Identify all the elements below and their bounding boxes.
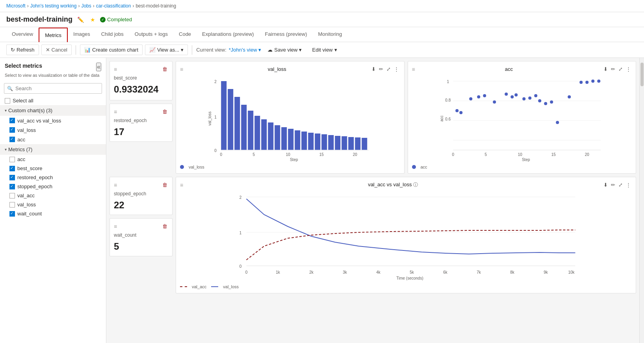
metric-checkbox[interactable] [9, 166, 15, 171]
breadcrumb-jobs[interactable]: Jobs [81, 3, 91, 9]
tabs-bar: Overview Metrics Images Child jobs Outpu… [0, 27, 644, 42]
view-as-button[interactable]: 📈 View as... ▾ [145, 44, 188, 55]
metric-val-loss-custom: val_loss ••• [0, 125, 106, 135]
svg-text:5k: 5k [410, 270, 414, 274]
card-val-loss: ≡ val_loss ⬇ ✏ ⤢ ⋮ 2 1 0 val_lo [176, 61, 405, 174]
tab-explanations[interactable]: Explanations (preview) [197, 27, 260, 42]
metric-label: acc [17, 156, 101, 162]
more-button[interactable]: ⋮ [625, 181, 632, 189]
select-all-row: Select all [0, 96, 106, 105]
chevron-down-icon: ▾ [181, 47, 184, 53]
select-all-label[interactable]: Select all [13, 98, 33, 104]
edit-view-button[interactable]: Edit view ▾ [308, 45, 341, 55]
status-dot [100, 17, 106, 22]
edit-icon[interactable]: ✏️ [76, 16, 85, 24]
metric-checkbox[interactable] [9, 211, 15, 217]
legend-val-loss-label: val_loss [223, 284, 239, 289]
card-actions: 🗑 [161, 108, 168, 115]
save-view-button[interactable]: ☁ Save view ▾ [264, 45, 306, 55]
tab-fairness[interactable]: Fairness (preview) [260, 27, 313, 42]
search-icon: 🔍 [7, 86, 13, 91]
chevron-down-icon: ▾ [334, 47, 337, 53]
edit-chart-button[interactable]: ✏ [610, 65, 616, 73]
drag-handle[interactable]: ≡ [180, 66, 183, 72]
svg-rect-18 [315, 133, 320, 150]
search-input[interactable] [4, 83, 102, 94]
svg-rect-25 [362, 138, 367, 150]
tab-overview[interactable]: Overview [6, 27, 39, 42]
tab-monitoring[interactable]: Monitoring [313, 27, 348, 42]
card-actions: ⬇ ✏ ⤢ ⋮ [371, 65, 400, 73]
more-button[interactable]: ⋮ [625, 65, 632, 73]
expand-button[interactable]: ⤢ [618, 65, 624, 73]
metric-label: val_acc vs val_loss [17, 118, 93, 124]
cancel-button[interactable]: ✕ Cancel [41, 44, 72, 55]
metric-checkbox[interactable] [9, 157, 15, 162]
delete-button[interactable]: 🗑 [161, 108, 168, 115]
current-view-value[interactable]: *John's view ▾ [229, 47, 261, 53]
drag-handle[interactable]: ≡ [114, 223, 117, 230]
acc-chart: 1 0.8 0.6 acc [412, 75, 632, 162]
cancel-icon: ✕ [46, 47, 50, 53]
breadcrumb-microsoft[interactable]: Microsoft [6, 3, 26, 9]
section-custom-charts[interactable]: ▾ Custom chart(s) (3) [0, 105, 106, 116]
drag-handle[interactable]: ≡ [114, 109, 117, 115]
svg-rect-16 [301, 132, 307, 150]
sidebar-collapse-button[interactable]: « [96, 63, 101, 71]
scrollbar-thumb[interactable] [640, 63, 644, 86]
legend-line [211, 286, 218, 287]
select-all-checkbox[interactable] [5, 98, 10, 104]
chart-legend: val_acc val_loss [180, 284, 632, 289]
metric-acc-custom: acc ••• [0, 135, 106, 144]
download-button[interactable]: ⬇ [603, 181, 609, 189]
delete-button[interactable]: 🗑 [161, 181, 168, 189]
star-icon[interactable]: ★ [89, 16, 97, 24]
svg-text:2: 2 [214, 80, 217, 84]
metric-label: stopped_epoch [114, 191, 168, 197]
create-chart-button[interactable]: 📊 Create custom chart [80, 44, 143, 55]
tab-child-jobs[interactable]: Child jobs [96, 27, 129, 42]
metric-checkbox[interactable] [9, 137, 15, 142]
drag-handle[interactable]: ≡ [114, 182, 117, 188]
breadcrumb-testing[interactable]: John's testing working [30, 3, 77, 9]
download-button[interactable]: ⬇ [603, 65, 609, 73]
tab-images[interactable]: Images [68, 27, 96, 42]
tab-metrics[interactable]: Metrics [39, 28, 68, 42]
metric-checkbox[interactable] [9, 193, 15, 198]
metric-checkbox[interactable] [9, 118, 15, 123]
download-button[interactable]: ⬇ [371, 65, 377, 73]
metric-label: val_loss [17, 127, 93, 133]
refresh-button[interactable]: ↻ Refresh [6, 44, 39, 55]
card-actions: ⬇ ✏ ⤢ ⋮ [603, 65, 632, 73]
drag-handle[interactable]: ≡ [114, 66, 117, 72]
section-metrics[interactable]: ▾ Metrics (7) [0, 144, 106, 155]
metric-acc: acc [0, 155, 106, 164]
more-button[interactable]: ⋮ [393, 65, 400, 73]
svg-point-48 [510, 95, 514, 98]
svg-text:1: 1 [447, 80, 449, 84]
metrics-section: ▾ Custom chart(s) (3) val_acc vs val_los… [0, 105, 106, 343]
tab-code[interactable]: Code [173, 27, 197, 42]
delete-button[interactable]: 🗑 [161, 222, 168, 230]
breadcrumb-car[interactable]: car-classification [96, 3, 131, 9]
scrollbar[interactable] [639, 58, 644, 343]
help-icon[interactable]: ⓘ [413, 182, 418, 187]
metric-checkbox[interactable] [9, 175, 15, 180]
drag-handle[interactable]: ≡ [412, 66, 415, 72]
tab-outputs-logs[interactable]: Outputs + logs [129, 27, 173, 42]
metric-checkbox[interactable] [9, 127, 15, 133]
chart-icon: 📊 [84, 47, 91, 53]
drag-handle[interactable]: ≡ [180, 182, 183, 188]
delete-button[interactable]: 🗑 [161, 65, 168, 73]
edit-chart-button[interactable]: ✏ [610, 181, 616, 189]
sidebar-subtitle: Select to view as visualization or table… [0, 73, 106, 81]
svg-text:20: 20 [353, 152, 358, 157]
expand-button[interactable]: ⤢ [618, 181, 624, 189]
svg-text:0: 0 [220, 152, 222, 157]
expand-button[interactable]: ⤢ [386, 65, 392, 73]
svg-text:6k: 6k [443, 270, 448, 274]
metric-checkbox[interactable] [9, 202, 15, 208]
edit-chart-button[interactable]: ✏ [378, 65, 384, 73]
metric-checkbox[interactable] [9, 184, 15, 189]
legend-val-acc-label: val_acc [192, 284, 206, 289]
